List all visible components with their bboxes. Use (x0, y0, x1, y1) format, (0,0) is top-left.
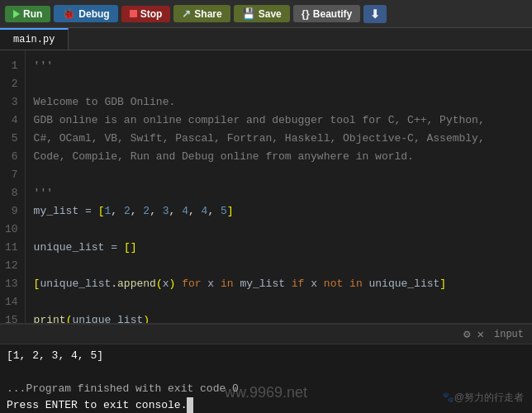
share-label: Share (194, 8, 221, 20)
toolbar: Run 🐞 Debug Stop ↗ Share 💾 Save {} Beaut… (0, 0, 532, 28)
line-numbers: 12345 678910 1112131415 (0, 50, 26, 323)
clear-icon[interactable]: ✕ (477, 327, 484, 341)
bottom-right-credit: 🐾@努力的行走者 (442, 391, 524, 405)
stop-icon (130, 10, 137, 17)
share-icon: ↗ (182, 7, 191, 20)
code-editor[interactable]: 12345 678910 1112131415 ''' Welcome to G… (0, 50, 532, 323)
code-text[interactable]: ''' Welcome to GDB Online. GDB online is… (26, 50, 532, 323)
console-header: ⚙ ✕ input (0, 325, 532, 344)
stop-button[interactable]: Stop (121, 6, 171, 22)
stop-label: Stop (140, 8, 163, 20)
settings-icon[interactable]: ⚙ (463, 327, 470, 341)
save-icon: 💾 (242, 7, 255, 20)
run-button[interactable]: Run (5, 6, 50, 22)
run-label: Run (23, 8, 42, 20)
run-icon (13, 10, 20, 18)
beautify-button[interactable]: {} Beautify (293, 5, 360, 22)
tab-main-py[interactable]: main.py (0, 28, 69, 50)
console-icons: ⚙ ✕ (463, 327, 484, 341)
brace-icon: {} (302, 7, 310, 20)
tab-bar: main.py (0, 28, 532, 50)
download-icon: ⬇ (370, 7, 380, 21)
bug-icon: 🐞 (62, 7, 75, 20)
share-button[interactable]: ↗ Share (173, 5, 230, 22)
debug-label: Debug (78, 8, 109, 20)
save-label: Save (259, 8, 282, 20)
save-button[interactable]: 💾 Save (234, 5, 290, 22)
debug-button[interactable]: 🐞 Debug (54, 5, 117, 22)
input-label: input (494, 329, 524, 340)
download-button[interactable]: ⬇ (363, 5, 387, 23)
beautify-label: Beautify (313, 8, 352, 20)
output-line-1: [1, 2, 3, 4, 5] (7, 348, 525, 364)
output-line-2 (7, 364, 525, 381)
